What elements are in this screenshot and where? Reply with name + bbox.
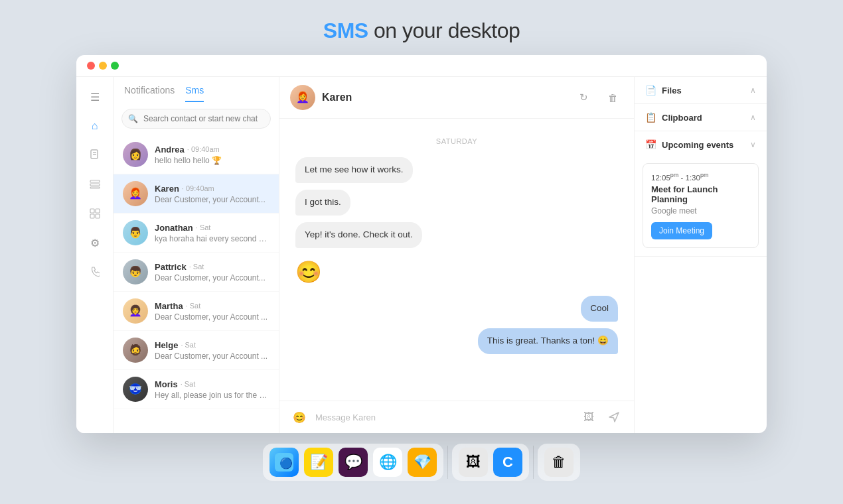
taskbar: 🔵 📝 💬 🌐 💎 🖼 C 🗑 [263,444,580,481]
message-row: This is great. Thanks a ton! 😄 [295,328,618,354]
refresh-button[interactable]: ↻ [573,87,594,108]
clipboard-title: Clipboard [662,113,702,123]
tab-sms[interactable]: Sms [185,85,204,102]
avatar: 👩‍🦰 [123,181,148,206]
convo-content: Karen · 09:40am Dear Customer, your Acco… [155,184,269,204]
chevron-up-icon: ∧ [750,113,756,122]
avatar: 👩‍🦱 [123,298,148,324]
sidebar-item-doc[interactable] [83,143,107,167]
files-title: Files [662,86,682,95]
taskbar-group-3: 🗑 [538,444,580,481]
maximize-button[interactable] [111,62,119,70]
avatar: 👨 [123,220,148,245]
chevron-down-icon: ∨ [750,140,756,149]
image-button[interactable]: 🖼 [579,408,598,426]
list-item[interactable]: 🧔 Helge · Sat Dear Customer, your Accoun… [114,331,279,370]
files-icon: 📄 [645,85,656,95]
avatar: 🧔 [123,338,148,363]
avatar: 👩 [123,142,148,167]
chevron-up-icon: ∧ [750,86,756,95]
list-item[interactable]: 👦 Pattrick · Sat Dear Customer, your Acc… [114,253,279,292]
conversations-panel: Notifications Sms 🔍 👩 Andrea · 09:40am [114,77,279,433]
right-panel-files-header[interactable]: 📄 Files ∧ [635,77,767,103]
minimize-button[interactable] [99,62,107,70]
convo-content: Pattrick · Sat Dear Customer, your Accou… [155,262,269,283]
search-input[interactable] [121,109,271,129]
right-panel-clipboard-section: 📋 Clipboard ∧ [635,104,767,131]
right-panel-events-header[interactable]: 📅 Upcoming events ∨ [635,131,767,158]
search-icon: 🔍 [128,114,138,123]
event-title: Meet for Launch Planning [651,184,750,204]
event-location: Google meet [651,206,750,216]
convo-content: Moris · Sat Hey all, please join us for … [155,379,269,400]
sidebar-item-home[interactable]: ⌂ [83,114,107,138]
sketch-icon[interactable]: 💎 [408,448,437,477]
sidebar-item-settings[interactable]: ⚙ [83,231,107,255]
svg-rect-7 [96,209,100,213]
taskbar-group-2: 🖼 C [452,444,529,481]
sidebar-item-list[interactable] [83,172,107,196]
message-bubble: Cool [581,296,618,322]
sidebar-item-menu[interactable]: ☰ [83,85,107,109]
message-bubble: I got this. [295,190,350,216]
chat-header-actions: ↻ 🗑 [573,87,623,108]
dock-divider [447,446,448,479]
trash-icon[interactable]: 🗑 [544,448,574,477]
message-input-area: 😊 🖼 [279,401,634,433]
slack-icon[interactable]: 💬 [339,448,368,477]
panel-header: Notifications Sms [114,77,279,102]
messages-container: SATURDAY Let me see how it works. I got … [279,119,634,401]
message-bubble: Yep! it's done. Check it out. [295,222,422,248]
message-input[interactable] [315,412,573,422]
tab-notifications[interactable]: Notifications [124,85,175,102]
clipboard-icon: 📋 [645,112,656,123]
chat-header-user: 👩‍🦰 Karen [290,85,352,110]
avatar: 👦 [123,259,148,284]
svg-rect-5 [90,187,100,188]
convo-content: Martha · Sat Dear Customer, your Account… [155,301,269,322]
app-body: ☰ ⌂ ⚙ Notifications Sms 🔍 [76,77,767,433]
list-item[interactable]: 👩 Andrea · 09:40am hello hello hello 🏆 [114,135,279,174]
message-bubble: This is great. Thanks a ton! 😄 [478,328,618,354]
delete-button[interactable]: 🗑 [602,87,623,108]
list-item[interactable]: 👩‍🦱 Martha · Sat Dear Customer, your Acc… [114,292,279,331]
svg-rect-4 [90,184,100,186]
svg-text:🔵: 🔵 [279,457,293,470]
right-panel-clipboard-header[interactable]: 📋 Clipboard ∧ [635,104,767,131]
app-c-icon[interactable]: C [493,448,522,477]
icon-sidebar: ☰ ⌂ ⚙ [76,77,114,433]
sidebar-item-grid[interactable] [83,202,107,225]
close-button[interactable] [87,62,95,70]
avatar: 👩‍🦰 [290,85,315,110]
chrome-icon[interactable]: 🌐 [373,448,402,477]
notes-icon[interactable]: 📝 [304,448,333,477]
dock-divider-2 [533,446,534,479]
svg-rect-3 [90,180,100,182]
emoji-button[interactable]: 😊 [290,408,309,426]
message-row: 😊 [295,255,618,290]
message-bubble-emoji: 😊 [295,255,322,290]
list-item[interactable]: 😎 Moris · Sat Hey all, please join us fo… [114,370,279,409]
calendar-icon: 📅 [645,139,656,150]
svg-rect-8 [90,214,94,218]
join-meeting-button[interactable]: Join Meeting [651,222,712,239]
message-bubble: Let me see how it works. [295,157,413,183]
finder-icon[interactable]: 🔵 [269,448,299,477]
date-divider: SATURDAY [295,137,618,145]
list-item[interactable]: 👨 Jonathan · Sat kya horaha hai every se… [114,214,279,253]
right-panel: 📄 Files ∧ 📋 Clipboard ∧ [634,77,767,433]
search-box: 🔍 [121,109,271,129]
message-row: Cool [295,296,618,322]
window-chrome [76,55,767,77]
send-button[interactable] [605,408,623,426]
avatar: 😎 [123,377,148,402]
page-title: SMS on your desktop [323,19,520,43]
chat-header: 👩‍🦰 Karen ↻ 🗑 [279,77,634,119]
svg-rect-9 [96,214,100,218]
convo-content: Andrea · 09:40am hello hello hello 🏆 [155,145,269,165]
convo-content: Helge · Sat Dear Customer, your Account … [155,340,269,361]
message-row: Yep! it's done. Check it out. [295,222,618,248]
preview-icon[interactable]: 🖼 [459,448,488,477]
sidebar-item-phone[interactable] [83,260,107,284]
list-item[interactable]: 👩‍🦰 Karen · 09:40am Dear Customer, your … [114,174,279,214]
